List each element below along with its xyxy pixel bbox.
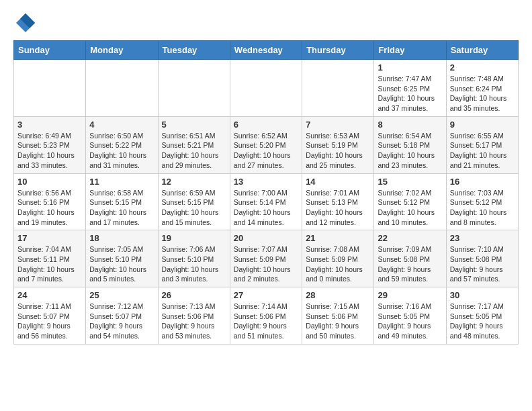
calendar-day-4: 4Sunrise: 6:50 AM Sunset: 5:22 PM Daylig…: [86, 116, 158, 173]
calendar-day-6: 6Sunrise: 6:52 AM Sunset: 5:20 PM Daylig…: [230, 116, 302, 173]
calendar-day-empty: [14, 60, 86, 117]
calendar-day-1: 1Sunrise: 7:47 AM Sunset: 6:25 PM Daylig…: [374, 60, 446, 117]
calendar-day-21: 21Sunrise: 7:08 AM Sunset: 5:09 PM Dayli…: [302, 230, 374, 287]
day-number: 14: [306, 177, 370, 187]
calendar-week-row-1: 1Sunrise: 7:47 AM Sunset: 6:25 PM Daylig…: [14, 60, 519, 117]
calendar-day-12: 12Sunrise: 6:59 AM Sunset: 5:15 PM Dayli…: [158, 173, 230, 230]
day-number: 5: [162, 120, 226, 130]
calendar-day-empty: [302, 60, 374, 117]
calendar-day-2: 2Sunrise: 7:48 AM Sunset: 6:24 PM Daylig…: [446, 60, 518, 117]
day-number: 25: [89, 290, 154, 300]
day-number: 15: [378, 177, 442, 187]
calendar-day-16: 16Sunrise: 7:03 AM Sunset: 5:12 PM Dayli…: [446, 173, 518, 230]
calendar-day-5: 5Sunrise: 6:51 AM Sunset: 5:21 PM Daylig…: [158, 116, 230, 173]
calendar-day-empty: [158, 60, 230, 117]
calendar-day-24: 24Sunrise: 7:11 AM Sunset: 5:07 PM Dayli…: [14, 287, 86, 345]
calendar-day-30: 30Sunrise: 7:17 AM Sunset: 5:05 PM Dayli…: [446, 287, 518, 345]
calendar-day-9: 9Sunrise: 6:55 AM Sunset: 5:17 PM Daylig…: [446, 116, 518, 173]
day-info: Sunrise: 6:54 AM Sunset: 5:18 PM Dayligh…: [378, 131, 442, 171]
calendar-day-22: 22Sunrise: 7:09 AM Sunset: 5:08 PM Dayli…: [374, 230, 446, 287]
calendar-day-19: 19Sunrise: 7:06 AM Sunset: 5:10 PM Dayli…: [158, 230, 230, 287]
day-info: Sunrise: 6:53 AM Sunset: 5:19 PM Dayligh…: [306, 131, 370, 171]
page-container: SundayMondayTuesdayWednesdayThursdayFrid…: [0, 0, 532, 351]
day-info: Sunrise: 6:49 AM Sunset: 5:23 PM Dayligh…: [17, 131, 82, 171]
day-number: 3: [17, 120, 82, 130]
calendar-day-15: 15Sunrise: 7:02 AM Sunset: 5:12 PM Dayli…: [374, 173, 446, 230]
day-info: Sunrise: 7:00 AM Sunset: 5:14 PM Dayligh…: [234, 188, 298, 228]
day-info: Sunrise: 6:51 AM Sunset: 5:21 PM Dayligh…: [162, 131, 226, 171]
day-number: 21: [306, 233, 370, 243]
day-info: Sunrise: 7:47 AM Sunset: 6:25 PM Dayligh…: [378, 74, 442, 113]
day-number: 8: [378, 120, 442, 130]
day-number: 1: [378, 62, 442, 73]
day-info: Sunrise: 7:05 AM Sunset: 5:10 PM Dayligh…: [89, 244, 154, 284]
logo: [13, 11, 40, 35]
day-number: 11: [89, 177, 154, 187]
weekday-header-friday: Friday: [374, 41, 446, 60]
day-number: 19: [162, 233, 226, 243]
calendar-day-20: 20Sunrise: 7:07 AM Sunset: 5:09 PM Dayli…: [230, 230, 302, 287]
weekday-header-thursday: Thursday: [302, 41, 374, 60]
calendar-day-8: 8Sunrise: 6:54 AM Sunset: 5:18 PM Daylig…: [374, 116, 446, 173]
weekday-header-sunday: Sunday: [14, 41, 86, 60]
day-info: Sunrise: 6:59 AM Sunset: 5:15 PM Dayligh…: [162, 188, 226, 228]
calendar-week-row-2: 3Sunrise: 6:49 AM Sunset: 5:23 PM Daylig…: [14, 116, 519, 173]
day-info: Sunrise: 7:08 AM Sunset: 5:09 PM Dayligh…: [306, 244, 370, 284]
calendar-day-26: 26Sunrise: 7:13 AM Sunset: 5:06 PM Dayli…: [158, 287, 230, 345]
calendar-day-28: 28Sunrise: 7:15 AM Sunset: 5:06 PM Dayli…: [302, 287, 374, 345]
day-info: Sunrise: 7:11 AM Sunset: 5:07 PM Dayligh…: [17, 302, 82, 341]
calendar-table: SundayMondayTuesdayWednesdayThursdayFrid…: [13, 40, 519, 345]
day-number: 26: [162, 290, 226, 300]
calendar-day-14: 14Sunrise: 7:01 AM Sunset: 5:13 PM Dayli…: [302, 173, 374, 230]
calendar-day-10: 10Sunrise: 6:56 AM Sunset: 5:16 PM Dayli…: [14, 173, 86, 230]
weekday-header-saturday: Saturday: [446, 41, 518, 60]
calendar-day-3: 3Sunrise: 6:49 AM Sunset: 5:23 PM Daylig…: [14, 116, 86, 173]
day-info: Sunrise: 7:14 AM Sunset: 5:06 PM Dayligh…: [234, 302, 298, 341]
day-number: 22: [378, 233, 442, 243]
weekday-header-wednesday: Wednesday: [230, 41, 302, 60]
day-info: Sunrise: 7:04 AM Sunset: 5:11 PM Dayligh…: [17, 244, 82, 284]
day-number: 7: [306, 120, 370, 130]
day-number: 24: [17, 290, 82, 300]
day-number: 28: [306, 290, 370, 300]
day-info: Sunrise: 6:58 AM Sunset: 5:15 PM Dayligh…: [89, 188, 154, 228]
day-info: Sunrise: 7:06 AM Sunset: 5:10 PM Dayligh…: [162, 244, 226, 284]
day-info: Sunrise: 7:12 AM Sunset: 5:07 PM Dayligh…: [89, 302, 154, 341]
day-info: Sunrise: 7:15 AM Sunset: 5:06 PM Dayligh…: [306, 302, 370, 341]
day-info: Sunrise: 6:56 AM Sunset: 5:16 PM Dayligh…: [17, 188, 82, 228]
calendar-week-row-4: 17Sunrise: 7:04 AM Sunset: 5:11 PM Dayli…: [14, 230, 519, 287]
calendar-day-11: 11Sunrise: 6:58 AM Sunset: 5:15 PM Dayli…: [86, 173, 158, 230]
day-info: Sunrise: 6:55 AM Sunset: 5:17 PM Dayligh…: [450, 131, 515, 171]
header: [13, 11, 519, 35]
calendar-week-row-5: 24Sunrise: 7:11 AM Sunset: 5:07 PM Dayli…: [14, 287, 519, 345]
calendar-day-17: 17Sunrise: 7:04 AM Sunset: 5:11 PM Dayli…: [14, 230, 86, 287]
day-info: Sunrise: 7:01 AM Sunset: 5:13 PM Dayligh…: [306, 188, 370, 228]
weekday-header-monday: Monday: [86, 41, 158, 60]
day-info: Sunrise: 7:09 AM Sunset: 5:08 PM Dayligh…: [378, 244, 442, 284]
calendar-day-29: 29Sunrise: 7:16 AM Sunset: 5:05 PM Dayli…: [374, 287, 446, 345]
day-info: Sunrise: 7:07 AM Sunset: 5:09 PM Dayligh…: [234, 244, 298, 284]
day-info: Sunrise: 7:03 AM Sunset: 5:12 PM Dayligh…: [450, 188, 515, 228]
day-info: Sunrise: 7:16 AM Sunset: 5:05 PM Dayligh…: [378, 302, 442, 341]
calendar-day-27: 27Sunrise: 7:14 AM Sunset: 5:06 PM Dayli…: [230, 287, 302, 345]
day-number: 10: [17, 177, 82, 187]
day-info: Sunrise: 7:10 AM Sunset: 5:08 PM Dayligh…: [450, 244, 515, 284]
day-info: Sunrise: 6:52 AM Sunset: 5:20 PM Dayligh…: [234, 131, 298, 171]
calendar-day-7: 7Sunrise: 6:53 AM Sunset: 5:19 PM Daylig…: [302, 116, 374, 173]
calendar-day-13: 13Sunrise: 7:00 AM Sunset: 5:14 PM Dayli…: [230, 173, 302, 230]
logo-icon: [13, 11, 38, 35]
day-number: 16: [450, 177, 515, 187]
day-number: 2: [450, 62, 515, 73]
calendar-day-18: 18Sunrise: 7:05 AM Sunset: 5:10 PM Dayli…: [86, 230, 158, 287]
day-number: 17: [17, 233, 82, 243]
day-number: 6: [234, 120, 298, 130]
calendar-day-25: 25Sunrise: 7:12 AM Sunset: 5:07 PM Dayli…: [86, 287, 158, 345]
day-number: 18: [89, 233, 154, 243]
calendar-day-empty: [230, 60, 302, 117]
day-number: 13: [234, 177, 298, 187]
day-info: Sunrise: 6:50 AM Sunset: 5:22 PM Dayligh…: [89, 131, 154, 171]
day-number: 20: [234, 233, 298, 243]
weekday-header-tuesday: Tuesday: [158, 41, 230, 60]
day-number: 27: [234, 290, 298, 300]
day-info: Sunrise: 7:17 AM Sunset: 5:05 PM Dayligh…: [450, 302, 515, 341]
